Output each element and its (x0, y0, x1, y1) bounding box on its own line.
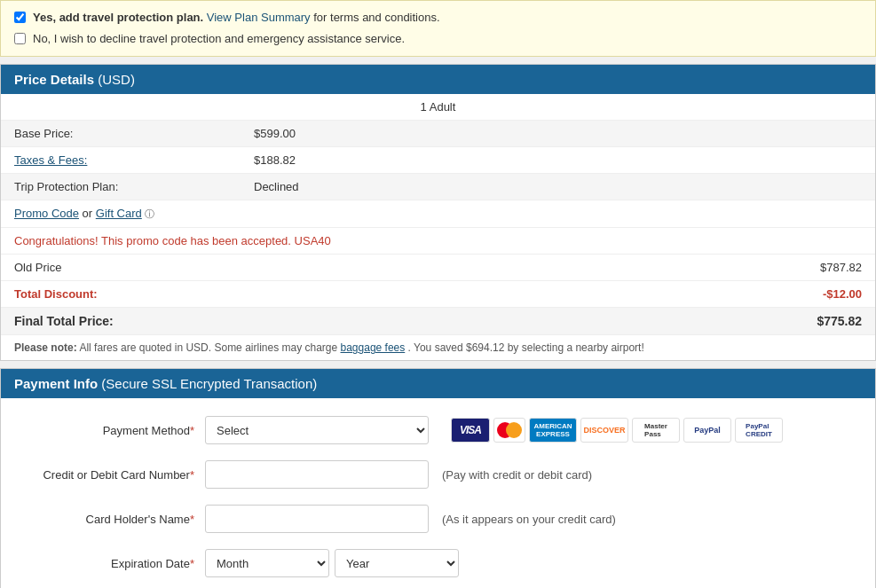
paypal-icon: PayPal (683, 418, 731, 443)
gift-card-link[interactable]: Gift Card (96, 207, 142, 220)
card-icons-group: VISA AMERICANEXPRESS DISCOVER MasterPass… (451, 418, 783, 443)
expiry-month-select[interactable]: Month January February March April May J… (205, 549, 329, 577)
taxes-fees-link[interactable]: Taxes & Fees: (14, 153, 87, 167)
final-price-label: Final Total Price: (1, 308, 241, 335)
payment-body: Payment Method* Select Credit Card Debit… (1, 398, 875, 588)
travel-protection-no-label: No, I wish to decline travel protection … (33, 31, 405, 47)
card-holder-hint: (As it appears on your credit card) (442, 513, 616, 526)
card-number-row: Credit or Debit Card Number* (Pay with c… (28, 460, 848, 489)
expiry-date-row: Expiration Date* Month January February … (28, 549, 848, 577)
note-text: Please note: All fares are quoted in USD… (1, 335, 875, 361)
card-number-input[interactable] (205, 460, 429, 489)
card-number-required: * (190, 468, 194, 482)
price-details-title: Price Details (14, 72, 94, 87)
trip-protection-row: Trip Protection Plan: Declined (1, 174, 875, 200)
travel-protection-no-checkbox[interactable] (14, 33, 26, 44)
payment-method-input-group: Select Credit Card Debit Card PayPal VIS… (205, 416, 783, 444)
price-details-header: Price Details (USD) (1, 65, 875, 94)
price-details-currency-val: (USD) (98, 72, 135, 87)
card-number-input-group: (Pay with credit or debit card) (205, 460, 592, 489)
price-table: 1 Adult Base Price: $599.00 Taxes & Fees… (1, 94, 875, 360)
base-price-value: $599.00 (241, 121, 875, 147)
discount-row: Total Discount: -$12.00 (1, 281, 875, 308)
card-holder-required: * (190, 513, 194, 526)
promo-success-message: Congratulations! This promo code has bee… (1, 228, 875, 255)
total-discount-value: -$12.00 (241, 281, 875, 308)
promo-code-link[interactable]: Promo Code (14, 207, 79, 220)
adult-row: 1 Adult (1, 94, 875, 121)
card-holder-label: Card Holder's Name* (28, 513, 205, 526)
price-details-section: Price Details (USD) 1 Adult Base Price: … (0, 64, 876, 361)
note-body: All fares are quoted in USD. Some airlin… (79, 341, 340, 354)
card-holder-row: Card Holder's Name* (As it appears on yo… (28, 505, 848, 533)
travel-protection-yes-rest: for terms and conditions. (313, 11, 439, 24)
trip-protection-label: Trip Protection Plan: (1, 174, 241, 200)
card-number-label: Credit or Debit Card Number* (28, 468, 205, 482)
payment-method-label: Payment Method* (28, 424, 205, 437)
total-discount-label: Total Discount: (1, 281, 241, 308)
base-price-label: Base Price: (1, 121, 241, 147)
masterpass-icon: MasterPass (632, 418, 680, 443)
taxes-row: Taxes & Fees: $188.82 (1, 147, 875, 174)
taxes-value: $188.82 (241, 147, 875, 174)
payment-info-section: Payment Info (Secure SSL Encrypted Trans… (0, 368, 876, 588)
old-price-row: Old Price $787.82 (1, 255, 875, 281)
paypal-credit-icon: PayPalCREDIT (735, 418, 783, 443)
travel-protection-section: Yes, add travel protection plan. View Pl… (0, 0, 876, 57)
page-wrapper: Yes, add travel protection plan. View Pl… (0, 0, 876, 588)
card-holder-input-group: (As it appears on your credit card) (205, 505, 616, 533)
amex-icon: AMERICANEXPRESS (529, 418, 577, 443)
discover-icon: DISCOVER (580, 418, 628, 443)
expiry-year-select[interactable]: Year 2024 2025 2026 2027 2028 2029 2030 (335, 549, 459, 577)
note-bold: Please note: (14, 341, 77, 354)
old-price-label: Old Price (1, 255, 241, 281)
expiry-required: * (190, 557, 194, 570)
old-price-value: $787.82 (241, 255, 875, 281)
note-row: Please note: All fares are quoted in USD… (1, 335, 875, 361)
view-plan-summary-link[interactable]: View Plan Summary (207, 11, 311, 24)
final-price-value: $775.82 (241, 308, 875, 335)
expiry-label: Expiration Date* (28, 557, 205, 570)
base-price-row: Base Price: $599.00 (1, 121, 875, 147)
travel-protection-no-option: No, I wish to decline travel protection … (14, 31, 862, 47)
baggage-fees-link[interactable]: baggage fees (341, 341, 406, 354)
promo-success-row: Congratulations! This promo code has bee… (1, 228, 875, 255)
travel-protection-yes-label: Yes, add travel protection plan. View Pl… (33, 10, 440, 26)
card-holder-input[interactable] (205, 505, 429, 533)
payment-info-header: Payment Info (Secure SSL Encrypted Trans… (1, 369, 875, 398)
travel-protection-yes-checkbox[interactable] (14, 12, 26, 23)
promo-row: Promo Code or Gift Card ⓘ (1, 200, 875, 228)
trip-protection-value: Declined (241, 174, 875, 200)
card-number-hint: (Pay with credit or debit card) (442, 468, 592, 482)
adult-label: 1 Adult (1, 94, 875, 121)
expiry-input-group: Month January February March April May J… (205, 549, 459, 577)
or-text: or (83, 207, 96, 220)
payment-info-subtitle: (Secure SSL Encrypted Transaction) (101, 376, 317, 391)
payment-method-required: * (190, 424, 194, 437)
note-end: . You saved $694.12 by selecting a nearb… (408, 341, 644, 354)
payment-info-title: Payment Info (14, 376, 98, 391)
payment-method-select[interactable]: Select Credit Card Debit Card PayPal (205, 416, 429, 444)
travel-protection-yes-bold: Yes, add travel protection plan. (33, 11, 203, 24)
mastercard-icon (493, 418, 525, 443)
gift-card-info-icon: ⓘ (145, 208, 154, 219)
visa-icon: VISA (451, 418, 490, 443)
final-price-row: Final Total Price: $775.82 (1, 308, 875, 335)
travel-protection-yes-option: Yes, add travel protection plan. View Pl… (14, 10, 862, 26)
payment-method-row: Payment Method* Select Credit Card Debit… (28, 416, 848, 444)
